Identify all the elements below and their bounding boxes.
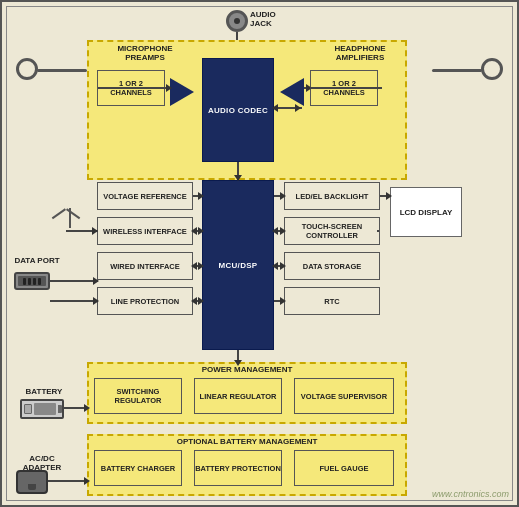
ac-dc-adapter-visual: [16, 470, 48, 494]
voltage-supervisor: VOLTAGE SUPERVISOR: [294, 378, 394, 414]
led-el-backlight: LED/EL BACKLIGHT: [284, 182, 380, 210]
optional-battery-management-label: OPTIONAL BATTERY MANAGEMENT: [157, 437, 337, 446]
audio-jack-icon: [226, 10, 248, 32]
mcu-dsp: MCU/DSP: [202, 180, 274, 350]
lcd-display: LCD DISPLAY: [390, 187, 462, 237]
battery-charger: BATTERY CHARGER: [94, 450, 182, 486]
diagram-container: AUDIOJACK MICROPHONE PREAMPS HEADPHONE A…: [0, 0, 519, 507]
mic-preamps-label: MICROPHONE PREAMPS: [100, 44, 190, 62]
mic-icon: [16, 58, 38, 80]
touch-screen-controller: TOUCH-SCREEN CONTROLLER: [284, 217, 380, 245]
watermark: www.cntronics.com: [432, 489, 509, 499]
line-protection: LINE PROTECTION: [97, 287, 193, 315]
voltage-reference: VOLTAGE REFERENCE: [97, 182, 193, 210]
data-port-label: DATA PORT: [12, 256, 62, 265]
wireless-interface: WIRELESS INTERFACE: [97, 217, 193, 245]
data-storage: DATA STORAGE: [284, 252, 380, 280]
battery-label: BATTERY: [14, 387, 74, 396]
audio-codec: AUDIO CODEC: [202, 58, 274, 162]
fuel-gauge: FUEL GAUGE: [294, 450, 394, 486]
headphone-amp-label: HEADPHONE AMPLIFIERS: [320, 44, 400, 62]
battery-visual: [20, 399, 64, 419]
antenna-icon: [57, 208, 82, 210]
linear-regulator: LINEAR REGULATOR: [194, 378, 282, 414]
power-management-label: POWER MANAGEMENT: [177, 365, 317, 374]
wired-interface: WIRED INTERFACE: [97, 252, 193, 280]
battery-protection: BATTERY PROTECTION: [194, 450, 282, 486]
rtc: RTC: [284, 287, 380, 315]
switching-regulator: SWITCHING REGULATOR: [94, 378, 182, 414]
data-port-connector: [14, 272, 50, 290]
headphone-icon: [481, 58, 503, 80]
audio-jack-label: AUDIOJACK: [250, 10, 276, 28]
